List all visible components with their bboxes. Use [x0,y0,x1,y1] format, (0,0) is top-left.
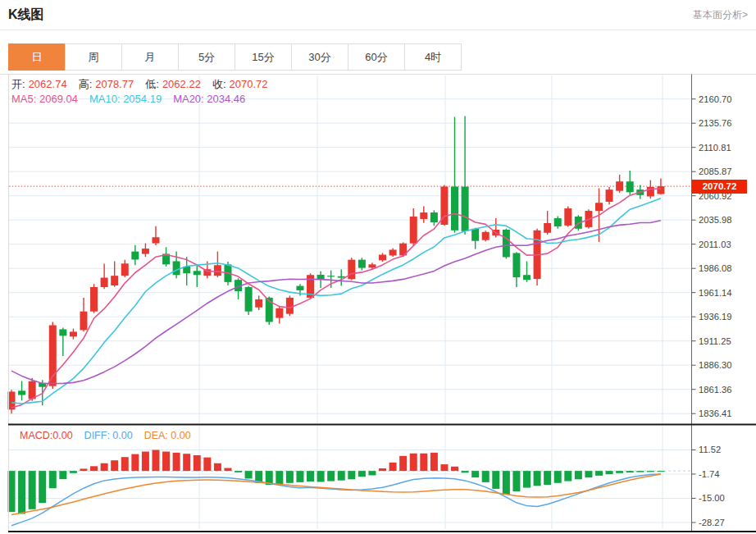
candle-body [606,189,613,202]
ma-legend-item: MA10: 2054.19 [89,93,162,105]
candle-body [430,212,438,222]
macd-bar [544,471,551,485]
tab-60min[interactable]: 60分 [348,43,405,71]
macd-bar [317,471,325,482]
macd-axis-label: -1.74 [699,469,720,479]
ohlc-label: 低: [145,78,159,90]
candles-layer [8,116,665,414]
main-axis-label: 1986.08 [699,263,731,273]
candle-body [131,252,139,260]
macd-bar [358,471,366,477]
candle-body [296,286,303,290]
tab-15min[interactable]: 15分 [235,43,292,71]
macd-bar [327,471,335,481]
y-axis-labels: 2160.702135.762110.812085.872060.922035.… [692,94,732,527]
candle-body [18,390,25,395]
candle-body [595,203,603,211]
main-axis-label: 2085.87 [699,167,731,176]
macd-axis-label: -28.27 [699,518,725,527]
tab-month[interactable]: 月 [121,43,179,71]
macd-bar [564,471,572,481]
macd-bar [636,471,644,472]
candle-body [368,264,376,267]
macd-bar [420,454,427,471]
macd-bar [39,471,46,503]
ohlc-label: 高: [79,78,93,90]
macd-bar [440,464,448,471]
candle-body [255,299,262,308]
main-axis-label: 1961.14 [699,288,731,298]
macd-bar [90,466,98,471]
macd-bar [18,471,25,513]
ma20-line [11,221,661,384]
ohlc-label: 开: [11,78,25,90]
macd-bar [49,471,57,488]
macd-bar [194,455,201,471]
candle-body [173,261,180,275]
macd-bar [368,471,376,475]
fundamental-analysis-link[interactable]: 基本面分析> [693,8,748,22]
macd-bar [379,468,386,471]
ma-legend: MA5: 2069.04MA10: 2054.19MA20: 2034.46 [11,93,257,106]
candle-body [379,255,386,261]
macd-bar [235,471,242,472]
candle-body [90,287,98,312]
page-title: K线图 [8,7,44,24]
interval-tab-bar: 日周月5分15分30分60分4时 [8,43,462,71]
macd-bar [595,471,603,476]
candle-body [512,253,520,277]
macd-bar [70,471,77,473]
ohlc-label: 收: [212,78,226,90]
candle-body [564,208,572,226]
macd-bar [245,471,253,478]
macd-bar [492,471,499,489]
candle-body [327,276,335,276]
ma-legend-item: MA5: 2069.04 [11,93,78,105]
main-axis-label: 1911.25 [699,336,731,346]
diff-line [11,474,661,526]
main-axis-label: 2135.76 [699,118,731,128]
candle-body [389,249,397,255]
main-axis-label: 1886.30 [699,360,731,370]
macd-bar [224,468,231,472]
ma10-line [11,199,661,404]
candle-body [101,278,108,287]
macd-bar [121,457,129,471]
macd-bar [626,471,634,472]
macd-bar [286,471,294,483]
tab-5min[interactable]: 5分 [178,43,235,71]
candle-body [80,312,87,331]
ma5-line [11,189,661,408]
macd-bar [606,471,613,474]
macd-legend-item: DIFF: 0.00 [84,430,133,441]
candle-body [276,308,283,318]
candle-body [245,287,253,312]
macd-bar [585,471,592,477]
macd-bar [296,471,303,482]
candle-body [121,263,129,276]
macd-bar [616,471,623,473]
ohlc-value: 2070.72 [230,78,268,90]
macd-bar [647,471,654,472]
macd-legend: MACD:0.00DIFF: 0.00DEA: 0.00 [20,429,203,442]
macd-bar [523,471,531,487]
macd-bar [142,452,149,472]
main-axis-label: 2011.03 [699,240,731,249]
macd-bar [657,471,664,472]
main-axis-label: 2110.81 [699,143,731,153]
macd-bar [276,471,283,484]
tab-week[interactable]: 周 [65,43,122,71]
candle-body [358,260,366,268]
macd-bar [131,454,139,471]
macd-bar [162,452,170,472]
macd-bar [307,471,314,482]
candle-body [482,232,490,240]
tab-4hour[interactable]: 4时 [404,43,462,71]
candle-body [626,181,634,192]
tab-30min[interactable]: 30分 [291,43,348,71]
tab-day[interactable]: 日 [8,43,66,71]
candle-body [554,218,562,226]
macd-bar [482,471,490,482]
candle-body [111,276,118,285]
candle-body [59,329,66,335]
